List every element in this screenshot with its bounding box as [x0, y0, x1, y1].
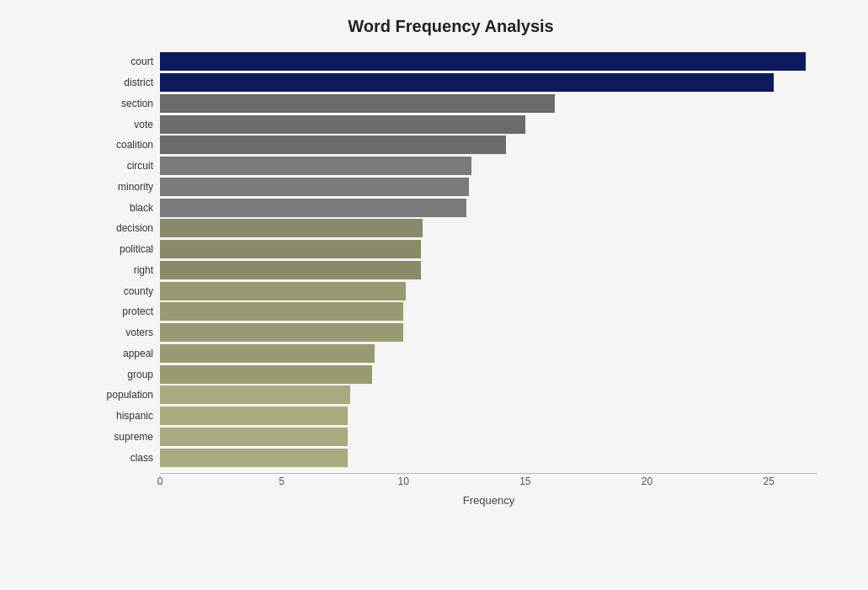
x-axis-tick: 20 — [642, 476, 652, 487]
bar-fill — [160, 302, 403, 321]
bar-label: group — [84, 369, 160, 380]
bar-row: right — [84, 260, 817, 281]
bar-label: county — [84, 285, 160, 297]
bar-fill — [160, 282, 406, 300]
bar-label: voters — [84, 327, 160, 338]
bar-track — [160, 157, 817, 175]
bar-row: minority — [84, 177, 817, 198]
bar-fill — [160, 385, 350, 404]
chart-area: courtdistrictsectionvotecoalitioncircuit… — [84, 51, 817, 507]
bar-label: appeal — [84, 348, 160, 359]
bar-label: court — [84, 56, 160, 67]
bar-label: right — [84, 264, 160, 276]
bar-label: hispanic — [84, 410, 160, 422]
bar-track — [160, 199, 817, 217]
bar-track — [160, 302, 817, 321]
bar-row: political — [84, 239, 817, 260]
bar-row: vote — [84, 114, 817, 135]
bar-fill — [160, 344, 375, 363]
bar-track — [160, 73, 817, 92]
bar-row: county — [84, 280, 817, 301]
bar-fill — [160, 428, 348, 446]
bar-fill — [160, 136, 506, 154]
bar-row: section — [84, 93, 817, 114]
bar-row: supreme — [84, 427, 817, 448]
bar-row: court — [84, 51, 817, 72]
bar-label: section — [84, 98, 160, 109]
bar-row: coalition — [84, 135, 817, 156]
bar-fill — [160, 240, 421, 258]
bar-track — [160, 52, 817, 71]
bar-track — [160, 428, 817, 446]
bar-label: district — [84, 77, 160, 88]
bar-row: protect — [84, 301, 817, 322]
chart-container: Word Frequency Analysis courtdistrictsec… — [0, 0, 868, 590]
bar-track — [160, 323, 817, 342]
bar-track — [160, 136, 817, 154]
bar-row: decision — [84, 218, 817, 239]
bar-fill — [160, 261, 421, 279]
x-axis-ticks: 0510152025 — [160, 474, 817, 491]
bar-track — [160, 385, 817, 404]
bar-label: coalition — [84, 139, 160, 151]
bar-track — [160, 449, 817, 467]
bar-row: class — [84, 447, 817, 468]
bar-row: district — [84, 72, 817, 93]
chart-title: Word Frequency Analysis — [84, 17, 817, 36]
bar-track — [160, 115, 817, 134]
x-axis-tick: 0 — [157, 476, 163, 487]
bar-fill — [160, 115, 525, 134]
x-axis-tick: 10 — [398, 476, 409, 487]
bar-label: circuit — [84, 160, 160, 172]
bar-fill — [160, 199, 466, 217]
bar-track — [160, 344, 817, 363]
bar-fill — [160, 323, 403, 342]
bar-row: hispanic — [84, 406, 817, 427]
bar-label: protect — [84, 306, 160, 317]
bar-fill — [160, 178, 469, 196]
bar-label: class — [84, 452, 160, 464]
bar-row: black — [84, 197, 817, 218]
bar-label: population — [84, 389, 160, 401]
bar-fill — [160, 365, 372, 384]
bar-track — [160, 365, 817, 384]
bar-track — [160, 94, 817, 113]
bar-label: political — [84, 243, 160, 255]
bar-track — [160, 240, 817, 258]
bar-row: appeal — [84, 343, 817, 364]
bar-fill — [160, 407, 348, 425]
x-axis-tick: 25 — [763, 476, 774, 487]
bar-row: circuit — [84, 156, 817, 177]
bar-fill — [160, 73, 774, 92]
x-axis-tick: 5 — [279, 476, 285, 487]
bar-row: population — [84, 385, 817, 406]
bar-fill — [160, 219, 423, 237]
bar-fill — [160, 52, 806, 71]
bar-fill — [160, 449, 348, 467]
bar-track — [160, 261, 817, 279]
bar-row: voters — [84, 322, 817, 343]
x-axis-tick: 15 — [519, 476, 530, 487]
x-axis: 0510152025 Frequency — [84, 473, 817, 507]
x-axis-label: Frequency — [84, 494, 817, 507]
bar-fill — [160, 157, 471, 175]
bar-track — [160, 219, 817, 237]
bar-track — [160, 282, 817, 300]
bar-label: decision — [84, 222, 160, 234]
bar-row: group — [84, 364, 817, 385]
bar-label: vote — [84, 119, 160, 130]
bar-track — [160, 407, 817, 425]
bar-fill — [160, 94, 555, 113]
bar-label: black — [84, 202, 160, 214]
bar-label: supreme — [84, 431, 160, 443]
bars-section: courtdistrictsectionvotecoalitioncircuit… — [84, 51, 817, 468]
bar-label: minority — [84, 181, 160, 193]
bar-track — [160, 178, 817, 196]
